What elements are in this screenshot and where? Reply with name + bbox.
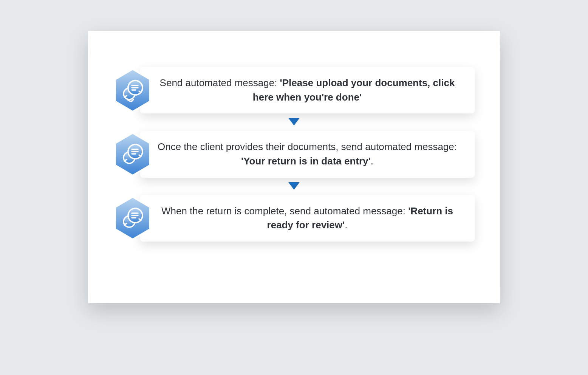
arrow-down-icon (288, 118, 300, 126)
chat-bubble-icon (114, 68, 152, 112)
step-icon-3 (114, 196, 152, 240)
chat-bubble-icon (114, 132, 152, 176)
steps-container: Send automated message: 'Please upload y… (114, 67, 475, 242)
step-text-3: When the return is complete, send automa… (155, 204, 460, 232)
step-row-2: Once the client provides their documents… (114, 131, 475, 177)
chat-bubble-icon (114, 196, 152, 240)
step-row-3: When the return is complete, send automa… (114, 195, 475, 242)
step-icon-1 (114, 68, 152, 112)
step-row-1: Send automated message: 'Please upload y… (114, 67, 475, 113)
step-icon-2 (114, 132, 152, 176)
step-box-1: Send automated message: 'Please upload y… (140, 67, 475, 113)
flow-card: Send automated message: 'Please upload y… (88, 31, 500, 303)
step-text-2: Once the client provides their documents… (155, 140, 460, 168)
arrow-down-icon (288, 182, 300, 190)
step-box-3: When the return is complete, send automa… (140, 195, 475, 242)
step-text-1: Send automated message: 'Please upload y… (155, 76, 460, 104)
step-box-2: Once the client provides their documents… (140, 131, 475, 177)
